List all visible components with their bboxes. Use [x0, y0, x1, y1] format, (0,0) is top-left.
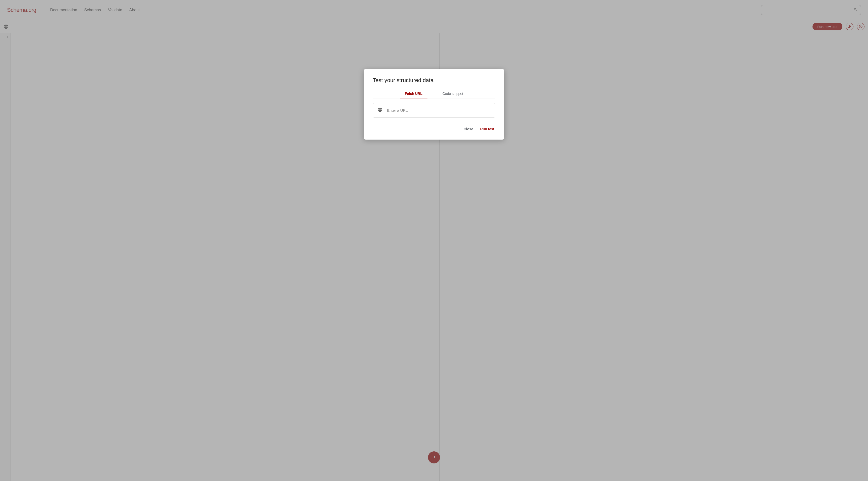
globe-icon [377, 107, 382, 113]
tab-code-snippet[interactable]: Code snippet [433, 89, 473, 98]
run-test-button[interactable]: Run test [479, 126, 495, 133]
url-input[interactable] [387, 108, 491, 113]
modal-actions: Close Run test [373, 126, 495, 133]
tab-fetch-url[interactable]: Fetch URL [395, 89, 433, 98]
modal-tabs: Fetch URL Code snippet [373, 89, 495, 98]
url-field[interactable] [373, 103, 495, 118]
close-button[interactable]: Close [463, 126, 474, 133]
test-structured-data-modal: Test your structured data Fetch URL Code… [364, 69, 504, 139]
modal-title: Test your structured data [373, 77, 495, 84]
